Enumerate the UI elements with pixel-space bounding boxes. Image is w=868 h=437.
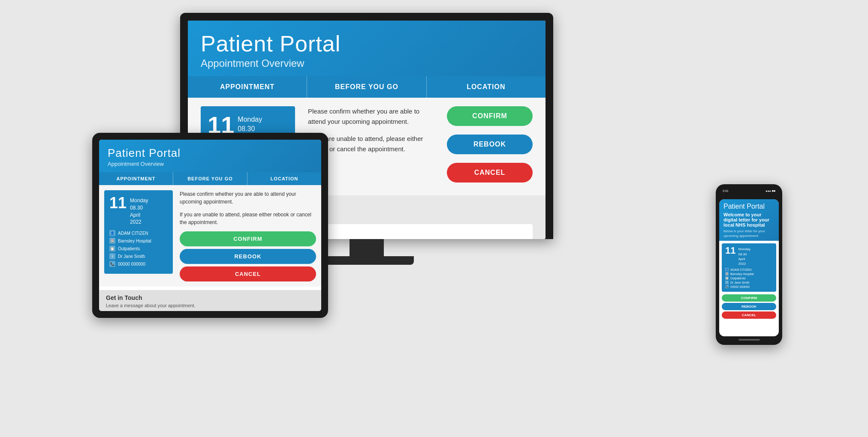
desktop-portal-title: Patient Portal — [201, 31, 533, 57]
monitor-base — [319, 256, 414, 265]
desktop-rebook-button[interactable]: REBOOK — [447, 135, 533, 154]
tablet-tab-location[interactable]: LOCATION — [247, 172, 321, 185]
tablet-get-in-touch-title: Get in Touch — [106, 294, 314, 301]
phone-signal: ●●● ■■ — [766, 189, 775, 192]
tablet-confirm-text1: Please confirm whether you are able to a… — [180, 190, 316, 206]
desktop-cancel-button[interactable]: CANCEL — [447, 163, 533, 183]
tab-appointment[interactable]: APPOINTMENT — [188, 76, 307, 98]
phone-doctor-icon: ⚕ — [725, 281, 729, 284]
tablet: Patient Portal Appointment Overview APPO… — [92, 133, 328, 318]
tab-location[interactable]: LOCATION — [427, 76, 546, 98]
desktop-portal-subtitle: Appointment Overview — [201, 57, 533, 69]
tablet-hospital-row: 🏥 Barnsley Hospital — [109, 238, 168, 244]
phone-notch — [738, 193, 760, 198]
desktop-confirm-button[interactable]: CONFIRM — [447, 106, 533, 126]
tablet-rebook-button[interactable]: REBOOK — [180, 249, 316, 264]
phone-day-details: Monday 08.30 April 2022 — [738, 246, 750, 266]
tablet-portal-header: Patient Portal Appointment Overview — [99, 140, 321, 172]
tablet-confirm-button[interactable]: CONFIRM — [180, 231, 316, 246]
tablet-tab-appointment[interactable]: APPOINTMENT — [99, 172, 173, 185]
phone-rebook-button[interactable]: REBOOK — [722, 303, 776, 310]
tablet-appt-card: 11 Monday 08.30 April 2022 👤 ADAM CITIZE… — [104, 190, 173, 274]
tablet-phone-row: 📞 00000 000000 — [109, 261, 168, 267]
tablet-day-number: 11 — [109, 195, 127, 211]
phone-hospital-icon: 🏥 — [725, 272, 729, 275]
tablet-tabs: APPOINTMENT BEFORE YOU GO LOCATION — [99, 172, 321, 185]
monitor-neck — [350, 239, 384, 256]
phone-portal-header: Patient Portal Welcome to your digital l… — [719, 199, 779, 241]
tab-before-you-go[interactable]: BEFORE YOU GO — [307, 76, 426, 98]
phone-action-buttons: CONFIRM REBOOK CANCEL — [722, 294, 776, 319]
tablet-phone-icon: 📞 — [109, 261, 115, 267]
tablet-dept-row: 📋 Outpatients — [109, 245, 168, 251]
phone-time: 3:41 — [723, 189, 729, 192]
tablet-hospital-icon: 🏥 — [109, 238, 115, 244]
tablet-cancel-button[interactable]: CANCEL — [180, 266, 316, 281]
phone-confirm-button[interactable]: CONFIRM — [722, 294, 776, 302]
tablet-person-icon: 👤 — [109, 230, 115, 236]
tablet-tab-before-you-go[interactable]: BEFORE YOU GO — [173, 172, 247, 185]
tablet-doctor-row: ⚕ Dr Jane Smith — [109, 253, 168, 259]
tablet-patient-row: 👤 ADAM CITIZEN — [109, 230, 168, 236]
desktop-portal-header: Patient Portal Appointment Overview — [188, 21, 546, 76]
phone-dept-icon: 📋 — [725, 276, 729, 280]
tablet-right-section: Please confirm whether you are able to a… — [180, 190, 316, 281]
tablet-get-in-touch: Get in Touch Leave a message about your … — [99, 290, 321, 311]
tablet-doctor-icon: ⚕ — [109, 253, 115, 259]
phone-doctor-row: ⚕ Dr Jane Smith — [725, 281, 773, 284]
phone-portal-title: Patient Portal — [723, 203, 775, 210]
phone-phone-icon: 📞 — [725, 285, 729, 288]
tablet-confirm-text2: If you are unable to attend, please eith… — [180, 211, 316, 226]
tablet-screen: Patient Portal Appointment Overview APPO… — [99, 140, 321, 311]
tablet-portal-subtitle: Appointment Overview — [108, 161, 313, 167]
phone-day-number: 11 — [725, 246, 735, 255]
phone-screen: Patient Portal Welcome to your digital l… — [719, 199, 779, 336]
tablet-dept-icon: 📋 — [109, 245, 115, 251]
phone-phone-row: 📞 00000 000000 — [725, 285, 773, 288]
tablet-content: 11 Monday 08.30 April 2022 👤 ADAM CITIZE… — [99, 185, 321, 287]
phone-welcome-title: Welcome to your digital letter for your … — [723, 212, 775, 227]
phone-welcome-desc: Below is your letter for your upcoming a… — [723, 229, 775, 238]
phone-dept-row: 📋 Outpatients — [725, 276, 773, 280]
phone: 3:41 ●●● ■■ Patient Portal Welcome to yo… — [716, 184, 782, 345]
desktop-confirm-section: Please confirm whether you are able to a… — [308, 106, 533, 187]
phone-appt-card: 11 Monday 08.30 April 2022 👤 ADAM CITIZE… — [722, 243, 776, 292]
phone-patient-row: 👤 ADAM CITIZEN — [725, 268, 773, 271]
phone-hospital-row: 🏥 Barnsley Hospital — [725, 272, 773, 275]
phone-cancel-button[interactable]: CANCEL — [722, 311, 776, 319]
tablet-get-in-touch-sub: Leave a message about your appointment. — [106, 303, 314, 308]
tablet-day-details: Monday 08.30 April 2022 — [130, 195, 148, 226]
desktop-tabs: APPOINTMENT BEFORE YOU GO LOCATION — [188, 76, 546, 98]
tablet-portal-title: Patient Portal — [108, 147, 313, 160]
phone-status-bar: 3:41 ●●● ■■ — [719, 189, 779, 193]
desktop-action-buttons: CONFIRM REBOOK CANCEL — [447, 106, 533, 187]
phone-home-bar — [738, 339, 760, 341]
phone-person-icon: 👤 — [725, 268, 729, 271]
